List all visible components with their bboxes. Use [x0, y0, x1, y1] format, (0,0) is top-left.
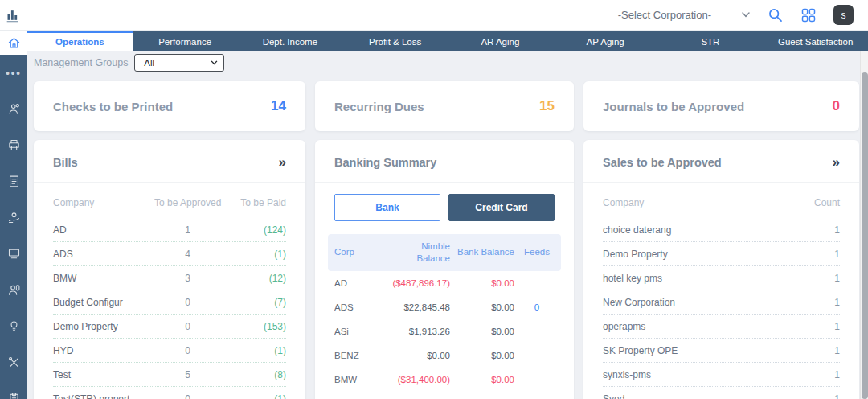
to-be-approved-cell: 0: [151, 393, 224, 399]
to-be-paid-cell: (7): [224, 297, 286, 308]
sales-col-count: Count: [792, 197, 840, 208]
tab-operations[interactable]: Operations: [27, 31, 133, 51]
bills-card: Bills » Company To be Approved To be Pai…: [34, 140, 305, 399]
journals-count[interactable]: 0: [833, 98, 840, 114]
card-title: Checks to be Printed: [53, 100, 173, 113]
bills-col-approved: To be Approved: [151, 197, 224, 208]
sidebar-item-insights[interactable]: [0, 308, 27, 344]
sidebar-item-user-settings[interactable]: [0, 91, 27, 127]
tab-dept-income[interactable]: Dept. Income: [238, 31, 343, 51]
banking-tab-bank[interactable]: Bank: [334, 194, 440, 221]
support-icon: [7, 283, 21, 297]
bills-col-paid: To be Paid: [224, 197, 286, 208]
company-cell: hotel key pms: [603, 273, 792, 284]
sidebar-item-invoices[interactable]: [0, 163, 27, 200]
home-icon: [7, 36, 21, 50]
corp-cell: BENZ: [334, 351, 381, 360]
banking-tab-credit-card[interactable]: Credit Card: [448, 194, 555, 221]
tab-profit-loss[interactable]: Profit & Loss: [342, 31, 448, 51]
apps-grid-button[interactable]: [800, 6, 817, 24]
banking-row: ADS$22,845.48$0.000: [328, 295, 561, 319]
top-bar: -Select Corporation-: [0, 0, 868, 31]
management-groups-label: Management Groups: [34, 57, 128, 68]
corp-cell: AD: [334, 278, 381, 288]
sidebar-item-printer[interactable]: [0, 127, 27, 163]
bank-balance-cell: $0.00: [455, 302, 514, 312]
to-be-approved-cell: 0: [151, 297, 224, 308]
sidebar-item-system-reports[interactable]: [0, 236, 27, 272]
bills-row: Demo Property0(153): [53, 315, 286, 339]
tab-performance[interactable]: Performance: [133, 31, 238, 51]
app-logo[interactable]: [0, 0, 27, 31]
checks-count[interactable]: 14: [271, 98, 286, 114]
recurring-dues-card: Recurring Dues 15: [315, 81, 574, 131]
sales-expand-icon[interactable]: »: [833, 157, 840, 168]
corporation-select[interactable]: -Select Corporation-: [618, 9, 750, 21]
company-cell: Budget Configur: [53, 297, 151, 308]
count-cell: 1: [792, 224, 840, 236]
to-be-paid-cell: (153): [224, 321, 286, 332]
bills-table: Company To be Approved To be Paid AD1(12…: [34, 183, 305, 399]
card-title: Journals to be Approved: [603, 100, 744, 113]
sales-row: synxis-pms1: [603, 363, 840, 387]
sales-row: operapms1: [603, 315, 840, 339]
to-be-paid-cell: (12): [224, 273, 286, 284]
invoices-icon: [7, 175, 21, 188]
nimble-balance-cell: ($487,896.17): [386, 278, 450, 288]
user-avatar[interactable]: s: [833, 5, 854, 25]
sidebar-item-more-menu[interactable]: •••: [0, 55, 27, 91]
bills-title: Bills: [53, 156, 78, 169]
banking-col-feeds: Feeds: [519, 246, 555, 258]
sales-col-company: Company: [603, 197, 792, 208]
banking-col-bank: Bank Balance: [455, 246, 514, 258]
tab-ap-aging[interactable]: AP Aging: [553, 31, 658, 51]
bank-balance-cell: $0.00: [455, 351, 514, 360]
bank-balance-cell: $0.00: [455, 327, 514, 336]
vertical-scrollbar-thumb[interactable]: [862, 72, 868, 399]
sales-row: SK Property OPE1: [603, 339, 840, 363]
to-be-approved-cell: 1: [151, 224, 224, 236]
sidebar-item-home[interactable]: [0, 31, 27, 55]
sidebar-item-payments[interactable]: [0, 200, 27, 236]
nimble-balance-cell: $0.00: [386, 351, 450, 360]
sidebar-item-reports[interactable]: [0, 380, 27, 399]
sales-table-body: choice daterang1Demo Property1hotel key …: [603, 218, 840, 399]
filter-row: Management Groups -All-: [27, 51, 868, 75]
banking-col-nimble: Nimble Balance: [386, 241, 450, 265]
bar-chart-logo-icon: [6, 7, 22, 23]
bills-row: Test5(8): [53, 363, 286, 387]
feeds-link[interactable]: 0: [519, 302, 555, 312]
company-cell: Demo Property: [53, 321, 151, 332]
tab-guest-satisfaction[interactable]: Guest Satisfaction: [763, 31, 868, 51]
banking-summary-title: Banking Summary: [334, 156, 436, 169]
dashboard-app: -Select Corporation-: [0, 0, 868, 399]
search-button[interactable]: [766, 6, 784, 24]
banking-row: BENZ$0.00$0.00: [328, 343, 561, 368]
company-cell: Syed: [603, 393, 792, 399]
chevron-down-icon: [742, 12, 750, 18]
dashboard-content: Checks to be Printed 14 Bills » Company …: [27, 75, 860, 399]
to-be-paid-cell: (124): [224, 224, 286, 236]
nimble-balance-cell: ($31,400.00): [386, 375, 450, 385]
left-sidebar: •••: [0, 31, 27, 399]
sidebar-item-tools[interactable]: [0, 344, 27, 380]
tab-str[interactable]: STR: [658, 31, 764, 51]
count-cell: 1: [792, 273, 840, 284]
to-be-approved-cell: 4: [151, 249, 224, 260]
tab-ar-aging[interactable]: AR Aging: [448, 31, 553, 51]
to-be-approved-cell: 5: [151, 369, 224, 380]
apps-grid-icon: [800, 7, 817, 23]
bills-expand-icon[interactable]: »: [279, 157, 286, 168]
banking-row: ASi$1,913.26$0.00: [328, 319, 561, 343]
sidebar-icon-rail: •••: [0, 55, 27, 399]
company-cell: New Corporation: [603, 297, 792, 308]
card-title: Recurring Dues: [334, 100, 424, 113]
recurring-dues-count[interactable]: 15: [539, 98, 555, 114]
bills-row: ADS4(1): [53, 242, 286, 266]
corporation-select-value: -Select Corporation-: [618, 9, 711, 21]
vertical-scrollbar-track: [860, 31, 868, 399]
avatar-initial: s: [841, 10, 846, 21]
sidebar-item-support[interactable]: [0, 272, 27, 308]
banking-summary-card: Banking Summary BankCredit Card Corp Nim…: [315, 140, 574, 399]
management-groups-select[interactable]: -All-: [134, 54, 224, 72]
